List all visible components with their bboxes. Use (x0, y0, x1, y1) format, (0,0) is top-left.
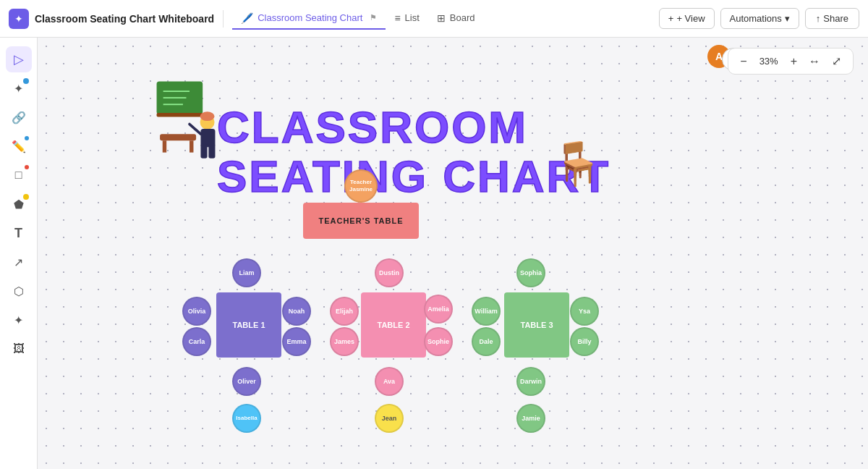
sidebar-item-link[interactable]: 🔗 (6, 104, 32, 130)
student-jean: Jean (375, 404, 404, 433)
pen-icon: ✏️ (12, 140, 26, 153)
student-amelia: Amelia (424, 295, 453, 324)
fullscreen-button[interactable]: ⤢ (829, 53, 844, 69)
tab-board-icon: ⊞ (437, 12, 446, 24)
topbar-tabs: 🖊️ Classroom Seating Chart ⚑ ≡ List ⊞ Bo… (232, 8, 483, 30)
arrow-icon: ↗ (14, 255, 23, 269)
canvas-toolbar: − 33% + ↔ ⤢ (728, 48, 854, 75)
svg-point-13 (200, 111, 215, 121)
tab-list[interactable]: ≡ List (386, 8, 427, 30)
tab-close-icon[interactable]: ⚑ (370, 13, 377, 22)
teachers-table: TEACHER'S TABLE (303, 203, 419, 239)
view-label: + View (676, 13, 705, 24)
tab-list-icon: ≡ (394, 12, 400, 24)
sidebar-item-image[interactable]: 🖼 (6, 336, 32, 362)
sidebar-item-arrow[interactable]: ↗ (6, 249, 32, 275)
sidebar-item-diagram[interactable]: ⬡ (6, 278, 32, 304)
tab-classroom-icon: 🖊️ (241, 12, 253, 24)
fullscreen-icon: ⤢ (832, 55, 841, 67)
sidebar-item-rect[interactable]: □ (6, 162, 32, 188)
app-logo[interactable]: ✦ (9, 9, 29, 29)
svg-rect-6 (163, 140, 166, 152)
tab-classroom-label: Classroom Seating Chart (258, 12, 362, 23)
svg-rect-5 (160, 134, 196, 140)
shapes-icon: ✦ (14, 82, 23, 96)
cursor-icon: ▷ (14, 51, 24, 67)
table-1-label: TABLE 1 (232, 321, 265, 329)
image-icon: 🖼 (13, 342, 25, 355)
topbar-actions: + + View Automations ▾ ↑ Share (659, 8, 859, 29)
teachers-table-label: TEACHER'S TABLE (318, 216, 403, 225)
topbar: ✦ Classroom Seating Chart Whiteboard 🖊️ … (0, 0, 868, 38)
minus-icon: − (740, 55, 746, 67)
student-ysa: Ysa (570, 297, 599, 326)
table-1: TABLE 1 (216, 292, 281, 358)
topbar-divider (223, 10, 224, 28)
share-icon: ↑ (816, 13, 821, 24)
student-jamie: Jamie (516, 404, 545, 433)
tab-board-label: Board (450, 12, 475, 23)
zoom-level: 33% (756, 56, 782, 67)
sticky-dot (23, 194, 29, 200)
student-carla: Carla (182, 327, 211, 356)
student-olivia: Olivia (182, 297, 211, 326)
star-icon: ✦ (14, 313, 23, 327)
sidebar: ▷ ✦ 🔗 ✏️ □ ⬟ T ↗ ⬡ ✦ 🖼 (0, 38, 38, 469)
plus-icon: + (791, 55, 797, 67)
view-button[interactable]: + + View (659, 8, 715, 29)
student-noah: Noah (282, 297, 311, 326)
rect-dot (25, 165, 29, 169)
student-sophia: Sophia (516, 258, 545, 287)
tab-board[interactable]: ⊞ Board (428, 8, 484, 30)
sidebar-item-sticky[interactable]: ⬟ (6, 191, 32, 217)
logo-icon: ✦ (14, 13, 23, 25)
student-billy: Billy (570, 327, 599, 356)
sidebar-item-pen[interactable]: ✏️ (6, 133, 32, 159)
student-dustin: Dustin (375, 258, 404, 287)
shapes-dot (23, 78, 29, 84)
sidebar-item-text[interactable]: T (6, 220, 32, 246)
zoom-out-button[interactable]: − (737, 54, 749, 69)
student-dale: Dale (472, 327, 501, 356)
pen-dot (25, 136, 29, 140)
table-3: TABLE 3 (504, 292, 569, 358)
topbar-title: Classroom Seating Chart Whiteboard (35, 13, 214, 25)
share-label: Share (823, 13, 848, 24)
automations-button[interactable]: Automations ▾ (720, 8, 799, 29)
plus-icon: + (668, 13, 674, 24)
student-james: James (330, 327, 359, 356)
student-liam: Liam (232, 258, 261, 287)
sticky-icon: ⬟ (14, 198, 24, 211)
sidebar-item-star[interactable]: ✦ (6, 307, 32, 333)
automations-label: Automations (730, 13, 782, 24)
teacher-label-circle: TeacherJasmine (344, 169, 378, 203)
svg-rect-11 (208, 144, 215, 159)
tab-list-label: List (405, 12, 420, 23)
student-elijah: Elijah (330, 297, 359, 326)
sidebar-item-shapes[interactable]: ✦ (6, 75, 32, 101)
student-william: William (472, 297, 501, 326)
fit-icon: ↔ (809, 55, 820, 67)
student-ava: Ava (375, 367, 404, 396)
svg-rect-1 (157, 113, 203, 117)
svg-line-12 (190, 124, 200, 135)
share-button[interactable]: ↑ Share (805, 8, 859, 29)
student-oliver: Oliver (232, 367, 261, 396)
sidebar-item-select[interactable]: ▷ (6, 46, 32, 72)
svg-rect-10 (200, 144, 207, 159)
student-darwin: Darwin (516, 367, 545, 396)
tab-classroom[interactable]: 🖊️ Classroom Seating Chart ⚑ (232, 8, 386, 30)
teacher-illustration (153, 77, 226, 172)
student-isabella: Isabella (232, 404, 261, 433)
fit-button[interactable]: ↔ (806, 54, 823, 69)
student-sophie2: Sophie (424, 327, 453, 356)
table-3-label: TABLE 3 (520, 321, 553, 329)
canvas[interactable]: CLASSROOM SEATING CHART 🪑 TeacherJasmine… (38, 38, 868, 469)
svg-rect-7 (190, 140, 193, 152)
table-2: TABLE 2 (361, 292, 426, 358)
zoom-in-button[interactable]: + (788, 54, 800, 69)
diagram-icon: ⬡ (14, 284, 24, 298)
text-icon: T (14, 226, 22, 241)
student-emma: Emma (282, 327, 311, 356)
chair-icon: 🪑 (551, 139, 603, 188)
